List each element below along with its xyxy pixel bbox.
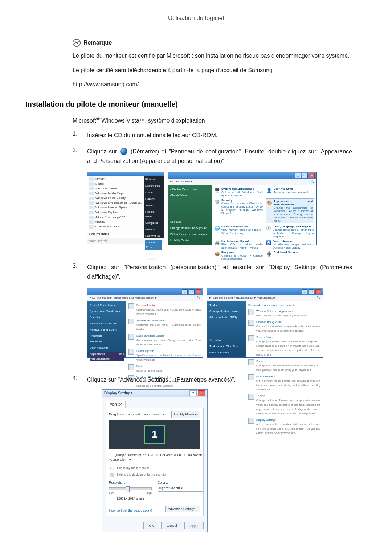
display-settings-dialog: Display Settings ? × Monitor Drag the ic… — [102, 389, 208, 532]
cp-category-clock[interactable]: 🕓Clock, Language, and RegionChange keybo… — [266, 225, 314, 238]
cp-category-appearance[interactable]: 🎨Appearance and PersonalizationChange th… — [266, 198, 314, 223]
start-menu-right-item[interactable]: Network — [145, 227, 162, 232]
identify-monitors-button[interactable]: Identify Monitors — [171, 411, 200, 418]
side-item[interactable]: Clock, Language, and Region — [90, 363, 124, 372]
maximize-button[interactable]: ▭ — [189, 289, 195, 294]
side-item[interactable]: Network and Internet — [90, 321, 124, 326]
window-titlebar: _ ▭ × — [87, 288, 203, 295]
monitor-preview-area[interactable]: 1 — [109, 420, 200, 449]
minimize-button[interactable]: _ — [295, 173, 301, 178]
task-item[interactable]: Adjust font size (DPI) — [209, 315, 244, 320]
minimize-button[interactable]: _ — [302, 289, 307, 294]
colors-dropdown[interactable]: Highest (32 bit) ▾ — [158, 485, 203, 492]
cp-category-hardware[interactable]: 🖨️Hardware and SoundPlay CDs or other me… — [215, 239, 263, 249]
ok-button[interactable]: OK — [143, 522, 159, 529]
cancel-button[interactable]: Cancel — [161, 522, 182, 529]
side-item[interactable]: Security — [90, 315, 124, 320]
side-item[interactable]: System and Maintenance — [90, 309, 124, 314]
cp-category-network[interactable]: 🌐Network and InternetView network status… — [215, 225, 263, 238]
maximize-button[interactable]: ▭ — [309, 289, 314, 294]
resolution-slider[interactable] — [109, 487, 152, 490]
dialog-close-button[interactable]: × — [198, 390, 205, 396]
appearance-entry[interactable]: Folder OptionsSpecify single- or double-… — [128, 349, 201, 362]
step-3-number: 3. — [73, 263, 80, 269]
address-bar[interactable]: ▸ Appearance and Personalization ▸ Perso… — [207, 295, 323, 301]
start-menu-item[interactable]: Internet — [89, 177, 142, 181]
minimize-button[interactable]: _ — [182, 289, 188, 294]
start-menu-item[interactable]: Windows Media Player — [89, 192, 142, 195]
cp-category-ease[interactable]: ♿Ease of AccessLet Windows suggest setti… — [266, 239, 314, 249]
control-panel-window: _ ▭ × ▸ Control Panel ▸🔍 • Control Panel… — [168, 172, 317, 245]
appearance-side: Control Panel Home System and Maintenanc… — [87, 301, 126, 357]
cp-category-system[interactable]: 🖥️System and MaintenanceGet started with… — [215, 187, 263, 197]
start-menu-right-item[interactable]: Documents — [145, 184, 162, 189]
start-menu-right-item[interactable]: Games — [145, 197, 162, 202]
start-menu-item[interactable]: Windows Explorer — [89, 211, 142, 214]
screenshot-personalization-pair: _ ▭ × ▸ Control Panel ▸ Appearance and P… — [87, 288, 352, 358]
start-menu-right-item[interactable]: Music — [145, 190, 162, 195]
dialog-help-button[interactable]: ? — [189, 390, 197, 396]
start-menu-all-programs[interactable]: ▸ All Programs — [89, 230, 142, 237]
appearance-entry[interactable]: FontsInstall or remove a font — [128, 364, 201, 373]
start-menu-item[interactable]: Welcome Center — [89, 187, 142, 190]
pers-entry[interactable]: Desktop BackgroundChoose from available … — [248, 320, 320, 333]
close-button[interactable]: × — [315, 289, 321, 294]
step-2-number: 2. — [73, 147, 80, 153]
apply-button[interactable]: Apply — [184, 522, 204, 529]
start-menu-right-item[interactable]: Pictures — [145, 177, 162, 182]
see-also-item[interactable]: Mobility Center — [170, 238, 210, 243]
extend-desktop-checkbox[interactable]: Extend the desktop onto this monitor — [109, 472, 200, 478]
start-menu-right-item[interactable]: Default Programs — [145, 252, 162, 262]
pers-entry[interactable]: SoundsChange which sounds are heard when… — [248, 359, 320, 372]
start-menu-item[interactable]: Mozilla — [89, 220, 142, 223]
close-button[interactable]: × — [309, 173, 315, 178]
cp-category-additional[interactable]: ➕Additional Options — [266, 251, 314, 260]
appearance-entry-personalization[interactable]: PersonalizationChange desktop background… — [128, 303, 201, 317]
appearance-entry[interactable]: Taskbar and Start MenuCustomize the Star… — [128, 319, 201, 332]
maximize-button[interactable]: ▭ — [302, 173, 308, 178]
help-link[interactable]: How do I get the best display? — [109, 508, 153, 513]
see-also-item[interactable]: Taskbar and Start Menu — [209, 344, 244, 349]
colors-label: Colors: — [158, 480, 200, 485]
see-also-item[interactable]: Pick a theme or screensaver — [170, 232, 210, 237]
advanced-settings-button[interactable]: Advanced Settings... — [165, 506, 200, 512]
side-item[interactable]: User Accounts — [90, 346, 124, 350]
start-menu-item[interactable]: Windows Photo Gallery — [89, 197, 142, 200]
start-menu-right-item[interactable]: Search — [145, 204, 162, 208]
side-item[interactable]: Programs — [90, 334, 124, 338]
start-menu-item[interactable]: Windows Meeting Space — [89, 206, 142, 209]
appearance-entry[interactable]: Ease of Access CenterAccommodate low vis… — [128, 334, 201, 347]
pers-entry[interactable]: Screen SaverChange your screen saver or … — [248, 335, 320, 357]
cp-home-link[interactable]: • Control Panel Home — [170, 187, 210, 192]
start-menu-right-item[interactable]: Connect To — [145, 234, 162, 239]
close-button[interactable]: × — [196, 289, 201, 294]
address-bar[interactable]: ▸ Control Panel ▸🔍 — [168, 179, 316, 185]
side-item[interactable]: Mobile PC — [90, 340, 124, 344]
personalization-side: Tasks Change desktop icons Adjust font s… — [207, 301, 246, 357]
address-bar[interactable]: ▸ Control Panel ▸ Appearance and Persona… — [87, 295, 203, 301]
start-menu-right-item[interactable]: Recent Items — [145, 210, 162, 219]
note-paragraph-1: Le pilote du moniteur est certifié par M… — [73, 51, 352, 61]
main-monitor-checkbox[interactable]: This is my main monitor — [109, 465, 200, 471]
cp-category-users[interactable]: 👤User AccountsAdd or remove user account… — [266, 187, 314, 197]
cp-category-programs[interactable]: 📦ProgramsUninstall a program · Change st… — [215, 251, 263, 260]
side-home[interactable]: Control Panel Home — [90, 303, 124, 308]
see-also-item[interactable]: Change desktop background — [170, 226, 210, 231]
start-menu-item[interactable]: Command Prompt — [89, 225, 142, 229]
pers-entry[interactable]: Window Color and AppearanceFine tune the… — [248, 309, 320, 318]
dialog-titlebar: Display Settings ? × — [102, 390, 207, 397]
monitor-tab[interactable]: Monitor — [106, 401, 126, 408]
monitor-dropdown[interactable]: 1. (Multiple Monitors) on NVIDIA GeForce… — [109, 452, 203, 463]
start-menu-right-item[interactable]: Computer — [145, 221, 162, 226]
start-menu-item[interactable]: Windows Live Messenger Download — [89, 201, 142, 205]
cp-classic-link[interactable]: Classic View — [170, 193, 210, 198]
start-menu-control-panel[interactable]: Control Panel — [145, 240, 162, 250]
task-item[interactable]: Change desktop icons — [209, 309, 244, 314]
side-item-appearance[interactable]: Appearance and Personalization — [90, 352, 124, 361]
side-item[interactable]: Hardware and Sound — [90, 328, 124, 332]
see-also-item[interactable]: Ease of Access — [209, 350, 244, 355]
start-menu-item[interactable]: E-mail — [89, 182, 142, 186]
cp-category-security[interactable]: 🛡️SecurityCheck for updates · Check this… — [215, 198, 263, 223]
start-menu-item[interactable]: Adobe Photoshop CS2 — [89, 216, 142, 219]
monitor-1-icon[interactable]: 1 — [144, 425, 165, 444]
